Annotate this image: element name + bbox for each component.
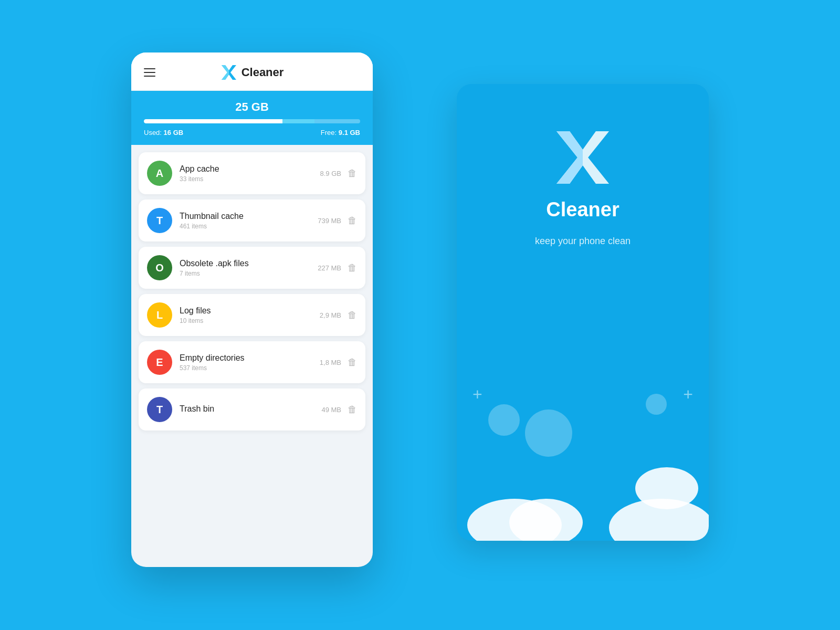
storage-used-label: Used: bbox=[144, 129, 162, 136]
brand-card: Cleaner keep your phone clean + + bbox=[457, 84, 709, 541]
item-info: Thumbnail cache 461 items bbox=[180, 212, 310, 230]
item-avatar: A bbox=[147, 161, 172, 186]
storage-total-label: 25 GB bbox=[144, 100, 360, 114]
storage-used-detail: Used: 16 GB bbox=[144, 129, 183, 136]
storage-bar-free bbox=[282, 119, 315, 123]
item-avatar: T bbox=[147, 397, 172, 422]
list-item: O Obsolete .apk files 7 items 227 MB 🗑 bbox=[139, 247, 365, 289]
trash-icon[interactable]: 🗑 bbox=[348, 168, 357, 179]
item-size: 739 MB bbox=[318, 217, 341, 225]
storage-free-value: 9.1 GB bbox=[339, 129, 360, 136]
item-avatar: E bbox=[147, 350, 172, 375]
item-right: 2,9 MB 🗑 bbox=[320, 310, 357, 321]
list-item: E Empty directories 537 items 1,8 MB 🗑 bbox=[139, 341, 365, 383]
deco-bubble-2 bbox=[525, 410, 572, 457]
deco-bubble-3 bbox=[646, 394, 667, 415]
svg-marker-4 bbox=[222, 65, 229, 80]
item-name: Trash bin bbox=[180, 404, 314, 414]
item-info: Trash bin bbox=[180, 404, 314, 415]
item-info: App cache 33 items bbox=[180, 164, 313, 183]
item-avatar: L bbox=[147, 302, 172, 328]
list-item: A App cache 33 items 8.9 GB 🗑 bbox=[139, 152, 365, 194]
hamburger-line-3 bbox=[144, 76, 155, 77]
header-x-icon bbox=[220, 64, 237, 81]
deco-cross-2: + bbox=[683, 385, 693, 404]
item-letter: T bbox=[156, 404, 163, 416]
item-count: 461 items bbox=[180, 223, 310, 230]
item-avatar: O bbox=[147, 255, 172, 280]
storage-bar-used bbox=[144, 119, 282, 123]
list-item: T Thumbnail cache 461 items 739 MB 🗑 bbox=[139, 200, 365, 242]
item-letter: E bbox=[156, 356, 163, 369]
hamburger-line-1 bbox=[144, 68, 155, 69]
item-right: 49 MB 🗑 bbox=[321, 404, 357, 415]
item-size: 1,8 MB bbox=[320, 359, 341, 366]
list-section: A App cache 33 items 8.9 GB 🗑 T Thumbnai… bbox=[131, 145, 373, 438]
item-right: 227 MB 🗑 bbox=[318, 262, 357, 274]
item-name: Log files bbox=[180, 306, 312, 316]
item-right: 1,8 MB 🗑 bbox=[320, 357, 357, 368]
header-logo: Cleaner bbox=[220, 64, 284, 81]
item-count: 33 items bbox=[180, 175, 313, 183]
storage-free-label: Free: bbox=[321, 129, 337, 136]
trash-icon[interactable]: 🗑 bbox=[348, 215, 357, 226]
phone-card: Cleaner 25 GB Used: 16 GB Free: 9.1 GB bbox=[131, 52, 373, 567]
item-name: App cache bbox=[180, 164, 313, 174]
item-info: Obsolete .apk files 7 items bbox=[180, 259, 310, 277]
item-name: Empty directories bbox=[180, 353, 312, 363]
header-title: Cleaner bbox=[242, 66, 284, 79]
brand-logo-wrapper: Cleaner keep your phone clean bbox=[535, 126, 631, 247]
item-count: 10 items bbox=[180, 317, 312, 324]
storage-used-value: 16 GB bbox=[164, 129, 184, 136]
item-size: 49 MB bbox=[321, 406, 341, 414]
item-letter: T bbox=[156, 215, 163, 227]
item-letter: A bbox=[156, 167, 163, 180]
deco-cross-1: + bbox=[472, 385, 482, 404]
brand-subtitle: keep your phone clean bbox=[535, 236, 631, 247]
hamburger-button[interactable] bbox=[144, 68, 155, 77]
cloud-2 bbox=[509, 499, 583, 541]
cloud-4 bbox=[635, 467, 698, 509]
storage-free-detail: Free: 9.1 GB bbox=[321, 129, 360, 136]
item-avatar: T bbox=[147, 208, 172, 233]
deco-area: + + bbox=[457, 373, 709, 541]
item-right: 8.9 GB 🗑 bbox=[320, 168, 357, 179]
storage-bar bbox=[144, 119, 360, 123]
brand-x-logo bbox=[551, 126, 614, 189]
item-letter: O bbox=[155, 262, 164, 274]
item-info: Empty directories 537 items bbox=[180, 353, 312, 372]
list-item: T Trash bin 49 MB 🗑 bbox=[139, 388, 365, 430]
deco-bubble-1 bbox=[488, 404, 520, 436]
list-item: L Log files 10 items 2,9 MB 🗑 bbox=[139, 294, 365, 336]
trash-icon[interactable]: 🗑 bbox=[348, 357, 357, 368]
item-right: 739 MB 🗑 bbox=[318, 215, 357, 226]
phone-header: Cleaner bbox=[131, 52, 373, 91]
item-name: Obsolete .apk files bbox=[180, 259, 310, 268]
item-letter: L bbox=[156, 309, 163, 321]
item-size: 2,9 MB bbox=[320, 311, 341, 319]
hamburger-line-2 bbox=[144, 72, 155, 73]
item-size: 8.9 GB bbox=[320, 170, 341, 177]
item-name: Thumbnail cache bbox=[180, 212, 310, 221]
trash-icon[interactable]: 🗑 bbox=[348, 404, 357, 415]
svg-marker-2 bbox=[556, 131, 583, 184]
storage-section: 25 GB Used: 16 GB Free: 9.1 GB bbox=[131, 91, 373, 145]
storage-details: Used: 16 GB Free: 9.1 GB bbox=[144, 129, 360, 136]
item-info: Log files 10 items bbox=[180, 306, 312, 324]
item-count: 537 items bbox=[180, 364, 312, 372]
scene: Cleaner keep your phone clean + + bbox=[131, 52, 709, 578]
trash-icon[interactable]: 🗑 bbox=[348, 262, 357, 274]
item-size: 227 MB bbox=[318, 264, 341, 272]
item-count: 7 items bbox=[180, 270, 310, 277]
trash-icon[interactable]: 🗑 bbox=[348, 310, 357, 321]
brand-title: Cleaner bbox=[546, 198, 619, 221]
